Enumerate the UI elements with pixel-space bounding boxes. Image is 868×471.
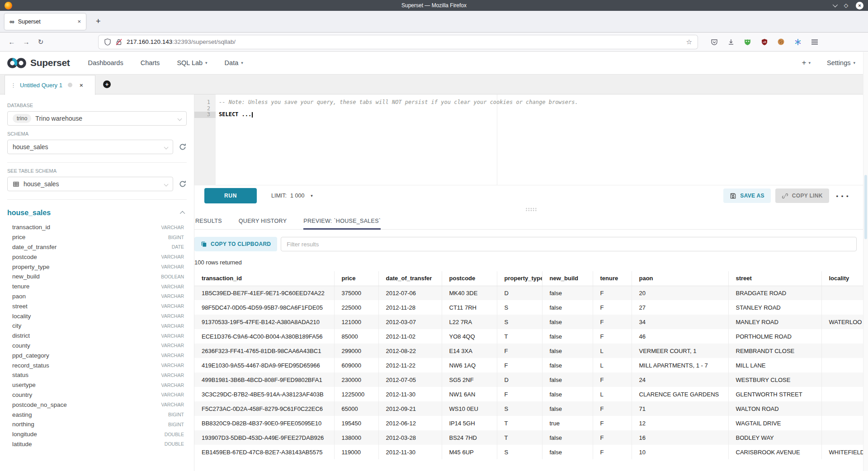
url-bar[interactable]: 217.160.120.143:32393/superset/sqllab/ ☆: [99, 35, 698, 49]
cookie-extension-icon[interactable]: [777, 38, 785, 46]
column-name: postcode: [12, 254, 37, 260]
column-type: VARCHAR: [161, 392, 184, 397]
table-cell: 2012-03-28: [378, 430, 442, 445]
schema-column-row: record_statusVARCHAR: [7, 360, 187, 370]
browser-tab[interactable]: ∞ Superset ×: [5, 14, 86, 30]
table-cell: [821, 401, 863, 416]
forward-button[interactable]: →: [19, 36, 33, 48]
copy-to-clipboard-label: COPY TO CLIPBOARD: [211, 241, 271, 247]
settings-menu[interactable]: Settings ▾: [827, 59, 855, 66]
add-query-tab-button[interactable]: +: [103, 80, 111, 88]
table-schema-title[interactable]: house_sales: [7, 209, 51, 217]
table-cell: M45 6UP: [442, 445, 497, 459]
splitter-grip-icon: [525, 207, 537, 212]
editor-code-area[interactable]: -- Note: Unless you save your query, the…: [216, 94, 868, 185]
window-close-icon[interactable]: ×: [856, 2, 863, 9]
table-cell: MK40 3DE: [442, 286, 497, 300]
tab-preview[interactable]: PREVIEW: `HOUSE_SALES`: [303, 212, 381, 229]
window-minimize-icon[interactable]: [833, 2, 838, 7]
filter-results-input[interactable]: [281, 237, 857, 251]
refresh-table-icon[interactable]: [179, 180, 187, 188]
refresh-schema-icon[interactable]: [179, 143, 187, 151]
column-header[interactable]: postcode: [442, 271, 497, 286]
pane-splitter[interactable]: [194, 206, 868, 212]
bookmark-star-icon[interactable]: ☆: [686, 38, 692, 46]
text-cursor: [252, 112, 253, 118]
schema-column-row: usertypeVARCHAR: [7, 380, 187, 390]
run-button[interactable]: RUN: [204, 188, 257, 203]
ublock-icon[interactable]: uB: [760, 38, 768, 46]
column-header[interactable]: paon: [632, 271, 728, 286]
more-options-button[interactable]: • • •: [836, 193, 849, 199]
copy-to-clipboard-button[interactable]: COPY TO CLIPBOARD: [194, 237, 277, 251]
schema-column-row: ppd_categoryVARCHAR: [7, 350, 187, 360]
table-row: 3C3C29DC-B7B2-4BE5-914A-A38123AF403B1225…: [194, 387, 863, 401]
schema-column-row: eastingBIGINT: [7, 410, 187, 419]
back-button[interactable]: ←: [5, 36, 19, 48]
downloads-icon[interactable]: [727, 38, 735, 46]
new-item-button[interactable]: + ▾: [802, 58, 811, 67]
table-row: 499B1981-3B6B-4BCD-808F-9FED9802BFA12300…: [194, 372, 863, 387]
table-cell: BODLEY WAY: [728, 430, 821, 445]
tab-close-icon[interactable]: ×: [77, 18, 81, 25]
table-cell: 27: [632, 300, 728, 315]
window-maximize-icon[interactable]: ◇: [844, 3, 848, 8]
schema-column-row: statusVARCHAR: [7, 370, 187, 380]
table-cell: 71: [632, 401, 728, 416]
table-cell: 119000: [334, 445, 378, 459]
scrollbar-thumb[interactable]: [864, 175, 867, 239]
chevron-down-icon: [164, 145, 169, 149]
tab-results[interactable]: RESULTS: [195, 212, 222, 229]
drag-handle-icon[interactable]: ⋮: [10, 82, 16, 89]
superset-infinity-icon: [6, 57, 27, 69]
column-header[interactable]: street: [728, 271, 821, 286]
editor-gutter: 123: [194, 94, 216, 185]
column-type: DOUBLE: [165, 432, 184, 437]
reload-button[interactable]: ↻: [33, 36, 48, 48]
table-cell: CT11 7RH: [442, 300, 497, 315]
menu-icon[interactable]: [811, 38, 818, 46]
table-cell: IP14 5GH: [442, 416, 497, 430]
table-select[interactable]: house_sales: [7, 177, 173, 191]
nav-item-charts[interactable]: Charts: [141, 59, 160, 66]
pocket-icon[interactable]: [710, 38, 718, 46]
containers-extension-icon[interactable]: [794, 38, 802, 46]
nav-item-data[interactable]: Data▾: [225, 59, 243, 66]
table-cell: [821, 329, 863, 344]
table-cell: T: [497, 329, 542, 344]
column-header[interactable]: tenure: [593, 271, 632, 286]
column-header[interactable]: property_type: [497, 271, 542, 286]
column-name: tenure: [12, 283, 29, 290]
limit-dropdown[interactable]: LIMIT: 1 000 ▾: [271, 193, 313, 199]
nav-item-dashboards[interactable]: Dashboards: [88, 59, 123, 66]
column-header[interactable]: date_of_transfer: [378, 271, 442, 286]
copy-link-button[interactable]: COPY LINK: [775, 188, 829, 203]
save-as-button[interactable]: SAVE AS: [723, 188, 770, 203]
column-name: postcode_no_space: [12, 401, 67, 408]
database-select[interactable]: trino Trino warehouse: [7, 111, 187, 126]
table-cell: SG5 2NF: [442, 372, 497, 387]
schema-column-row: northingBIGINT: [7, 419, 187, 429]
tab-query-history[interactable]: QUERY HISTORY: [239, 212, 287, 229]
schema-select[interactable]: house_sales: [7, 140, 173, 154]
column-type: VARCHAR: [161, 343, 184, 348]
nav-item-sql-lab[interactable]: SQL Lab▾: [177, 59, 207, 66]
superset-logo[interactable]: Superset: [6, 57, 70, 69]
lock-insecure-icon[interactable]: [115, 38, 123, 46]
shield-icon[interactable]: [104, 38, 111, 46]
column-header[interactable]: new_build: [542, 271, 593, 286]
column-header[interactable]: price: [334, 271, 378, 286]
table-cell: false: [542, 315, 593, 329]
query-tab-close-icon[interactable]: ×: [80, 82, 83, 89]
table-cell: MILL APARTMENTS, 1 - 7: [632, 358, 728, 372]
collapse-chevron-up-icon[interactable]: [180, 211, 185, 216]
privacy-extension-icon[interactable]: [744, 38, 751, 46]
schema-column-row: countryVARCHAR: [7, 390, 187, 400]
column-name: price: [12, 234, 25, 240]
column-header[interactable]: transaction_id: [194, 271, 334, 286]
chevron-down-icon: ▾: [809, 61, 811, 65]
new-tab-button[interactable]: +: [93, 17, 104, 26]
column-header[interactable]: locality: [821, 271, 863, 286]
query-tab-active[interactable]: ⋮ Untitled Query 1 ×: [5, 75, 95, 95]
limit-label: LIMIT:: [271, 193, 287, 199]
